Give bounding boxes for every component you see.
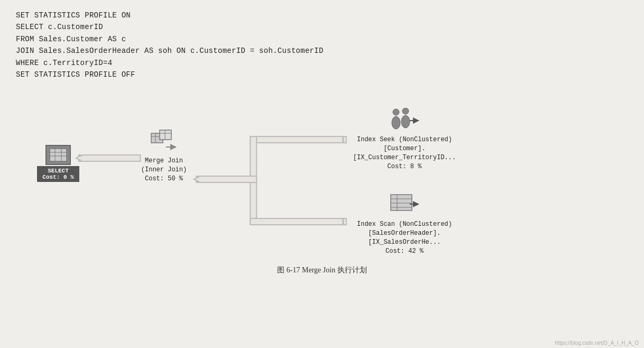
code-line-6: SET STATISTICS PROFILE OFF (16, 69, 628, 80)
code-line-1: SET STATISTICS PROFILE ON (16, 10, 628, 21)
svg-rect-35 (391, 195, 412, 210)
svg-marker-13 (195, 177, 200, 182)
index-seek-label: Index Seek (NonClustered) [Customer].[IX… (344, 135, 465, 171)
svg-point-30 (392, 116, 400, 129)
code-line-4: JOIN Sales.SalesOrderHeader AS soh ON c.… (16, 45, 628, 57)
merge-join-icon-container (132, 129, 196, 154)
code-line-5: WHERE c.TerritoryID=4 (16, 57, 628, 69)
select-node: SELECT Cost: 0 % (37, 145, 79, 182)
merge-join-node: Merge Join (Inner Join) Cost: 50 % (132, 129, 196, 183)
svg-point-29 (393, 109, 399, 115)
code-line-2: SELECT c.CustomerID (16, 21, 628, 33)
svg-rect-16 (50, 149, 67, 161)
select-icon (45, 145, 71, 165)
index-scan-icon-container (344, 193, 465, 218)
svg-rect-24 (160, 130, 171, 140)
svg-point-32 (401, 115, 410, 128)
main-container: SET STATISTICS PROFILE ON SELECT c.Custo… (0, 0, 644, 348)
merge-join-label: Merge Join (Inner Join) Cost: 50 % (132, 157, 196, 183)
svg-point-31 (402, 108, 409, 114)
index-seek-icon-container (344, 108, 465, 133)
figure-caption: 图 6-17 Merge Join 执行计划 (16, 265, 628, 275)
index-seek-node: Index Seek (NonClustered) [Customer].[IX… (344, 108, 465, 171)
code-line-3: FROM Sales.Customer AS c (16, 33, 628, 45)
diagram-area: SELECT Cost: 0 % (16, 92, 628, 261)
select-label: SELECT Cost: 0 % (37, 166, 79, 182)
index-scan-label: Index Scan (NonClustered) [SalesOrderHea… (344, 220, 465, 255)
index-scan-node: Index Scan (NonClustered) [SalesOrderHea… (344, 193, 465, 255)
connector-canvas (16, 92, 628, 261)
code-block: SET STATISTICS PROFILE ON SELECT c.Custo… (16, 10, 628, 80)
watermark: https://blog.csdn.net/D_A_I_H_A_O (555, 340, 639, 346)
